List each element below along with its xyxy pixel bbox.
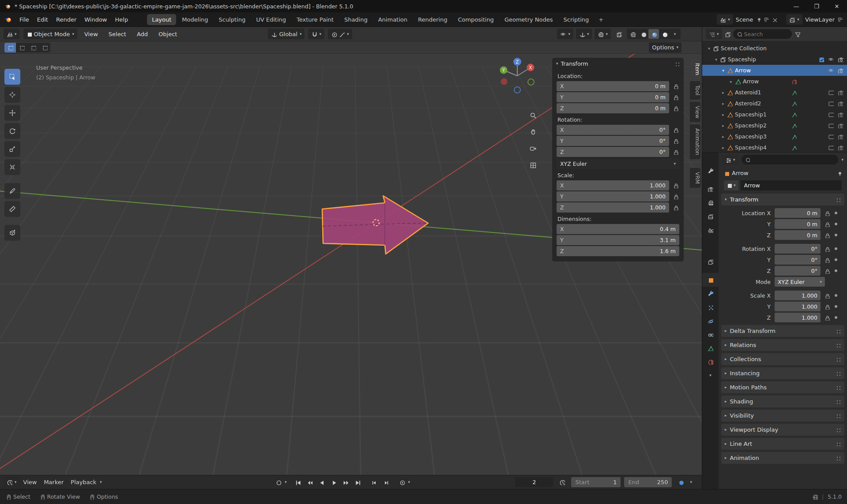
add-cube-tool[interactable] <box>4 225 20 241</box>
preview-range-toggle[interactable] <box>396 477 407 487</box>
menu-help[interactable]: Help <box>111 15 132 25</box>
outliner-row-arrow-data[interactable]: ▸ Arrow <box>702 76 847 87</box>
tab-item[interactable]: Item <box>690 59 700 79</box>
rotation-z-field[interactable]: 0° <box>775 266 821 276</box>
frame-end-field[interactable]: End250 <box>624 477 672 487</box>
outliner-row-spaceship3[interactable]: ▸ Spaceship3 <box>702 131 847 142</box>
monitor-icon[interactable] <box>828 112 834 117</box>
camera-icon[interactable] <box>838 134 843 139</box>
select-mode-intersect-button[interactable] <box>39 43 50 52</box>
lock-icon[interactable] <box>671 94 679 100</box>
camera-icon[interactable] <box>838 90 843 95</box>
workspace-tab-geometry-nodes[interactable]: Geometry Nodes <box>500 14 558 25</box>
section-shading[interactable]: ▸Shading <box>721 396 844 407</box>
auto-keying-toggle[interactable] <box>273 477 284 487</box>
disclosure-icon[interactable]: ▾ <box>713 57 719 62</box>
lock-icon[interactable] <box>671 194 679 199</box>
animate-dot[interactable] <box>835 305 837 308</box>
location-z-field[interactable]: Z0 m <box>557 103 669 113</box>
outliner-editor-selector[interactable]: ▾ <box>706 29 722 39</box>
use-preview-range-clock-button[interactable] <box>557 477 568 487</box>
scale-x-field[interactable]: 1.000 <box>775 291 821 300</box>
camera-icon[interactable] <box>838 101 843 106</box>
location-y-field[interactable]: Y0 m <box>557 92 669 102</box>
blender-menu-logo-icon[interactable] <box>4 16 12 23</box>
lock-icon[interactable] <box>822 221 831 227</box>
lock-icon[interactable] <box>671 83 679 89</box>
lock-icon[interactable] <box>671 183 679 188</box>
eye-icon[interactable] <box>828 67 834 73</box>
tab-particle-properties[interactable] <box>702 300 719 314</box>
collapse-icon[interactable]: ▾ <box>556 62 558 66</box>
outliner-row-spaceship1[interactable]: ▸ Spaceship1 <box>702 109 847 120</box>
section-delta-transform[interactable]: ▸Delta Transform <box>721 325 844 337</box>
workspace-tab-shading[interactable]: Shading <box>339 14 373 25</box>
annotate-tool[interactable] <box>4 183 20 199</box>
animate-dot[interactable] <box>835 212 837 214</box>
tab-tool[interactable]: Tool <box>690 81 700 99</box>
workspace-tab-sculpting[interactable]: Sculpting <box>214 14 250 25</box>
camera-icon[interactable] <box>838 112 843 117</box>
properties-editor-selector[interactable]: ▾ <box>722 154 738 165</box>
lock-icon[interactable] <box>671 105 679 111</box>
lock-icon[interactable] <box>822 304 831 310</box>
breadcrumb-object-name[interactable]: Arrow <box>732 170 749 176</box>
location-x-field[interactable]: 0 m <box>775 208 821 218</box>
disclosure-icon[interactable]: ▾ <box>706 46 712 51</box>
transform-panel-header[interactable]: ▾ Transform <box>721 194 844 205</box>
minimize-button[interactable]: — <box>786 0 806 12</box>
workspace-tab-uv-editing[interactable]: UV Editing <box>251 14 291 25</box>
rotation-z-field[interactable]: Z0° <box>557 147 669 157</box>
select-mode-extend-button[interactable] <box>16 43 27 52</box>
tab-constraint-properties[interactable] <box>702 328 719 341</box>
animate-dot[interactable] <box>835 316 837 319</box>
mode-selector[interactable]: Object Mode ▾ <box>23 29 77 39</box>
tab-physics-properties[interactable] <box>702 314 719 328</box>
outliner-row-collection[interactable]: ▾ Spaceship <box>702 54 847 65</box>
outliner-row-scene-collection[interactable]: ▾ Scene Collection <box>702 43 847 54</box>
tab-output-properties[interactable] <box>702 196 719 209</box>
tab-render-properties[interactable] <box>702 182 719 196</box>
shading-solid-button[interactable] <box>638 29 648 39</box>
perspective-toggle-control[interactable] <box>527 159 539 172</box>
camera-icon[interactable] <box>838 67 843 73</box>
outliner-search[interactable] <box>733 29 792 39</box>
disclosure-icon[interactable]: ▸ <box>728 79 734 84</box>
scale-tool[interactable] <box>4 141 20 157</box>
object-name-field[interactable] <box>741 180 842 190</box>
monitor-icon[interactable] <box>828 145 834 150</box>
frame-start-field[interactable]: Start1 <box>571 477 621 487</box>
workspace-tab-compositing[interactable]: Compositing <box>453 14 499 25</box>
lock-icon[interactable] <box>822 232 831 238</box>
location-z-field[interactable]: 0 m <box>775 230 821 240</box>
lock-icon[interactable] <box>671 138 679 144</box>
disclosure-icon[interactable]: ▾ <box>720 68 727 73</box>
camera-icon[interactable] <box>838 145 843 150</box>
3d-viewport[interactable]: User Perspective (2) Spaceship | Arrow <box>0 54 702 475</box>
lock-icon[interactable] <box>671 205 679 210</box>
rotation-mode-dropdown[interactable]: XYZ Euler▾ <box>775 277 825 287</box>
lock-icon[interactable] <box>822 293 831 299</box>
jump-to-start-button[interactable] <box>292 477 303 487</box>
tab-collection-properties[interactable] <box>702 255 719 269</box>
lock-icon[interactable] <box>822 257 831 263</box>
outliner-row-asteroid2[interactable]: ▸ Asteroid2 <box>702 98 847 109</box>
lock-icon[interactable] <box>671 127 679 133</box>
disclosure-icon[interactable]: ▸ <box>720 101 727 106</box>
location-x-field[interactable]: X0 m <box>557 81 669 91</box>
overlays-dropdown[interactable]: ▾ <box>595 29 611 39</box>
view-layer-selector[interactable]: ▾ <box>786 14 802 25</box>
animate-dot[interactable] <box>835 234 837 236</box>
scale-y-field[interactable]: Y1.000 <box>557 191 669 202</box>
shading-material-button[interactable] <box>648 29 659 39</box>
menu-window[interactable]: Window <box>80 15 111 25</box>
menu-file[interactable]: File <box>15 15 33 25</box>
rotation-y-field[interactable]: 0° <box>775 255 821 265</box>
tab-scene-properties[interactable] <box>702 223 719 237</box>
outliner-row-asteroid1[interactable]: ▸ Asteroid1 <box>702 87 847 98</box>
tab-material-properties[interactable] <box>702 355 719 369</box>
maximize-button[interactable]: ❐ <box>806 0 827 12</box>
workspace-tab-animation[interactable]: Animation <box>373 14 412 25</box>
camera-icon[interactable] <box>838 56 843 62</box>
section-instancing[interactable]: ▸Instancing <box>721 367 844 379</box>
